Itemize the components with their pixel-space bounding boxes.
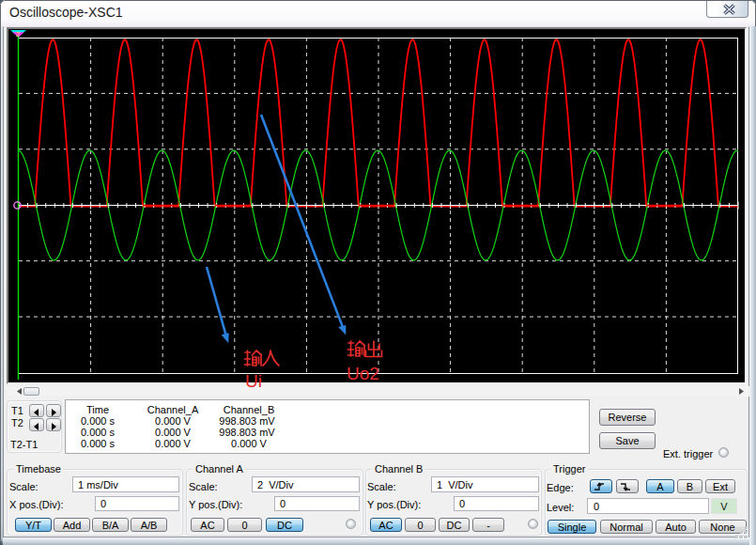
svg-text:Uo2: Uo2 [347, 364, 379, 383]
svg-text:2: 2 [16, 30, 20, 39]
svg-text:Ui: Ui [245, 371, 262, 391]
